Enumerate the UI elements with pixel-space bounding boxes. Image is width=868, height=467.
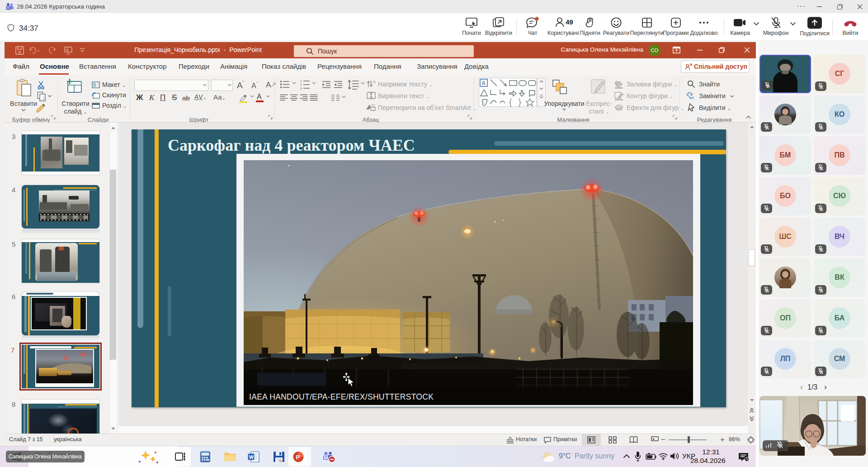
svg-text:P: P bbox=[296, 454, 300, 461]
svg-text:IAEA HANDOUT/EPA-EFE/REX/SHUTT: IAEA HANDOUT/EPA-EFE/REX/SHUTTERSTOCK bbox=[249, 392, 434, 401]
svg-text:3: 3 bbox=[300, 87, 302, 90]
svg-text:c: c bbox=[692, 95, 694, 100]
svg-text:W: W bbox=[249, 454, 254, 460]
svg-text:A: A bbox=[482, 80, 486, 86]
svg-text:1: 1 bbox=[300, 80, 302, 83]
svg-text:А: А bbox=[373, 80, 376, 84]
svg-text:2: 2 bbox=[300, 83, 302, 86]
svg-text:Бч: Бч bbox=[279, 459, 283, 462]
